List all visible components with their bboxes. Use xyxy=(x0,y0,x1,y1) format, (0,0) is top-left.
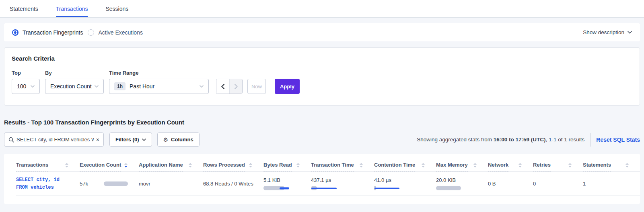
radio-selected-icon xyxy=(12,29,19,36)
application-name-cell: movr xyxy=(139,181,203,187)
column-header-label: Bytes Read xyxy=(263,162,292,171)
radio-unselected-icon xyxy=(88,29,94,36)
show-description-toggle[interactable]: Show description xyxy=(583,29,632,35)
time-range-value: Past Hour xyxy=(130,83,154,90)
now-button-label: Now xyxy=(251,84,262,90)
network-cell: 0 B xyxy=(488,181,533,187)
time-range-field: Time Range 1h Past Hour xyxy=(109,70,209,94)
gear-icon: ⚙ xyxy=(163,137,169,143)
tab-statements[interactable]: Statements xyxy=(10,0,38,17)
show-description-label: Show description xyxy=(583,29,624,35)
column-header-label: Max Memory xyxy=(436,162,468,171)
max-memory-bar xyxy=(436,186,464,190)
filters-button-label: Filters (0) xyxy=(115,137,139,143)
contention-time-value: 41.0 µs xyxy=(374,177,436,183)
max-memory-value: 20.0 KiB xyxy=(436,177,488,183)
sort-toggle-icon[interactable] xyxy=(189,163,192,167)
columns-button-label: Columns xyxy=(171,137,193,143)
vertical-divider xyxy=(590,133,591,147)
sort-toggle-icon[interactable] xyxy=(518,163,522,167)
retries-cell: 0 xyxy=(533,181,583,187)
column-header-label: Application Name xyxy=(139,162,183,171)
sort-toggle-icon[interactable] xyxy=(422,163,425,167)
rows-processed-cell: 68.8 Reads / 0 Writes xyxy=(203,181,263,187)
bytes-read-bar xyxy=(263,186,292,190)
transactions-table: Transactions Execution Count Application… xyxy=(4,154,640,204)
chevron-down-icon xyxy=(628,31,632,34)
chevron-left-icon xyxy=(221,84,224,89)
filters-button[interactable]: Filters (0) xyxy=(109,132,152,147)
column-header-label: Transaction Time xyxy=(311,162,354,171)
radio-transaction-fingerprints-label: Transaction Fingerprints xyxy=(23,29,83,36)
execution-count-bar xyxy=(104,181,132,186)
sort-toggle-icon[interactable] xyxy=(360,163,363,167)
next-time-button[interactable] xyxy=(229,79,242,94)
sort-toggle-icon[interactable] xyxy=(568,163,572,167)
column-header-rows-processed: Rows Processed xyxy=(203,162,263,171)
top-select[interactable]: 100 xyxy=(12,79,40,94)
search-criteria-card: Search Criteria Top 100 By Execution Cou… xyxy=(4,47,640,106)
chevron-down-icon xyxy=(31,85,35,88)
transaction-time-bar xyxy=(311,186,339,190)
column-header-label: Retries xyxy=(533,162,551,171)
stats-prefix: Showing aggregated stats from xyxy=(417,137,494,143)
chevron-down-icon xyxy=(142,139,146,141)
column-header-contention-time: Contention Time xyxy=(374,162,436,171)
column-header-label: Rows Processed xyxy=(203,162,245,171)
sort-toggle-icon[interactable] xyxy=(296,163,300,167)
radio-active-executions[interactable]: Active Executions xyxy=(88,29,143,36)
radio-transaction-fingerprints[interactable]: Transaction Fingerprints xyxy=(12,29,83,36)
results-controls-row: × Filters (0) ⚙ Columns Showing aggregat… xyxy=(4,132,640,147)
contention-time-bar xyxy=(374,186,402,190)
transaction-time-cell: 437.1 µs xyxy=(311,177,374,190)
stats-time-range: 16:00 to 17:59 (UTC) xyxy=(494,137,546,143)
column-header-application-name: Application Name xyxy=(139,162,203,171)
tab-transactions-label: Transactions xyxy=(56,6,88,12)
transaction-time-value: 437.1 µs xyxy=(311,177,374,183)
by-select-value: Execution Count xyxy=(50,83,92,90)
chevron-down-icon xyxy=(95,85,99,88)
sql-search-input[interactable] xyxy=(16,137,94,143)
contention-time-cell: 41.0 µs xyxy=(374,177,436,190)
time-range-label: Time Range xyxy=(109,70,209,76)
sort-toggle-icon[interactable] xyxy=(65,163,68,167)
aggregated-stats-info: Showing aggregated stats from 16:00 to 1… xyxy=(417,137,584,143)
transaction-fingerprint-link[interactable]: SELECT city, idFROM vehicles xyxy=(16,176,80,192)
column-header-network: Network xyxy=(488,162,533,171)
previous-time-button[interactable] xyxy=(216,79,229,94)
search-criteria-title: Search Criteria xyxy=(12,55,632,62)
time-step-buttons xyxy=(216,79,243,94)
sort-toggle-icon[interactable] xyxy=(625,163,629,167)
now-button[interactable]: Now xyxy=(247,79,266,94)
tab-statements-label: Statements xyxy=(10,6,38,12)
by-label: By xyxy=(45,70,104,76)
search-icon xyxy=(8,137,14,143)
tab-sessions-label: Sessions xyxy=(105,6,128,12)
tab-transactions[interactable]: Transactions xyxy=(56,0,88,17)
by-select[interactable]: Execution Count xyxy=(45,79,104,94)
sort-toggle-icon[interactable] xyxy=(473,163,477,167)
tab-sessions[interactable]: Sessions xyxy=(105,0,128,17)
column-header-bytes-read: Bytes Read xyxy=(263,162,311,171)
sort-toggle-icon[interactable] xyxy=(249,163,252,167)
stats-suffix: , 1-1 of 1 results xyxy=(546,137,585,143)
column-header-label: Transactions xyxy=(16,162,48,171)
apply-button-label: Apply xyxy=(280,84,294,90)
apply-button[interactable]: Apply xyxy=(275,79,300,94)
top-field: Top 100 xyxy=(12,70,40,94)
table-row: SELECT city, idFROM vehicles 57k movr 68… xyxy=(16,172,640,196)
column-header-statements: Statements xyxy=(583,162,640,171)
column-header-label: Contention Time xyxy=(374,162,415,171)
reset-sql-stats-link[interactable]: Reset SQL Stats xyxy=(596,137,640,143)
column-header-max-memory: Max Memory xyxy=(436,162,488,171)
time-range-select[interactable]: 1h Past Hour xyxy=(109,79,209,94)
column-header-execution-count: Execution Count xyxy=(80,162,139,171)
sort-toggle-icon-active-desc[interactable] xyxy=(124,163,128,167)
execution-count-value: 57k xyxy=(80,181,104,187)
column-header-retries: Retries xyxy=(533,162,583,171)
column-header-transaction-time: Transaction Time xyxy=(311,162,374,171)
clear-search-icon[interactable]: × xyxy=(96,137,99,143)
columns-button[interactable]: ⚙ Columns xyxy=(157,132,200,147)
statements-cell: 1 xyxy=(583,181,640,187)
time-range-badge: 1h xyxy=(114,82,126,90)
